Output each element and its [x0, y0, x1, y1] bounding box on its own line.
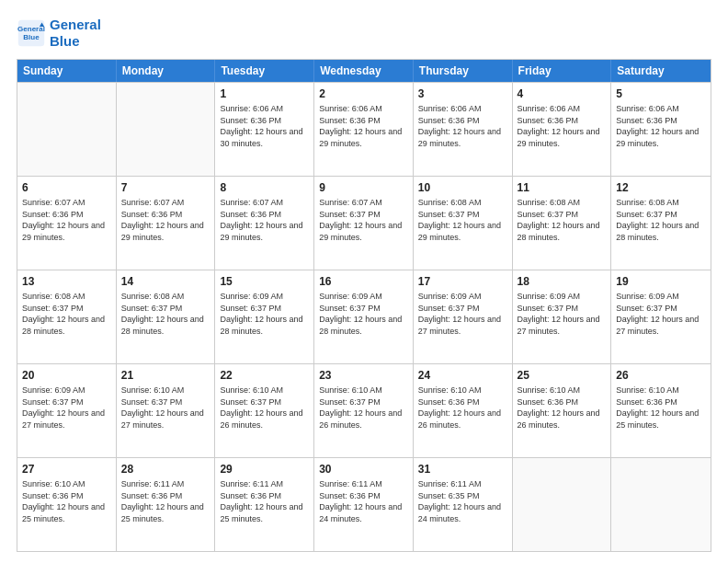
cell-detail: Sunrise: 6:06 AM Sunset: 6:36 PM Dayligh…: [518, 103, 607, 149]
cal-cell: 2Sunrise: 6:06 AM Sunset: 6:36 PM Daylig…: [314, 83, 414, 176]
cal-cell: 27Sunrise: 6:10 AM Sunset: 6:36 PM Dayli…: [17, 458, 117, 551]
day-number: 8: [220, 180, 309, 195]
cell-detail: Sunrise: 6:06 AM Sunset: 6:36 PM Dayligh…: [616, 103, 706, 149]
day-number: 7: [121, 180, 210, 195]
day-number: 25: [518, 368, 607, 383]
week-row-2: 6Sunrise: 6:07 AM Sunset: 6:36 PM Daylig…: [17, 176, 711, 270]
cell-detail: Sunrise: 6:08 AM Sunset: 6:37 PM Dayligh…: [418, 197, 507, 243]
svg-text:Blue: Blue: [23, 33, 40, 41]
cell-detail: Sunrise: 6:10 AM Sunset: 6:37 PM Dayligh…: [121, 385, 210, 431]
cell-detail: Sunrise: 6:08 AM Sunset: 6:37 PM Dayligh…: [616, 197, 706, 243]
cal-cell: 5Sunrise: 6:06 AM Sunset: 6:36 PM Daylig…: [611, 83, 711, 176]
day-number: 26: [616, 368, 706, 383]
cell-detail: Sunrise: 6:07 AM Sunset: 6:37 PM Dayligh…: [319, 197, 408, 243]
logo-icon: General Blue: [17, 18, 46, 48]
day-number: 4: [518, 86, 607, 101]
cal-cell: 3Sunrise: 6:06 AM Sunset: 6:36 PM Daylig…: [414, 83, 513, 176]
cell-detail: Sunrise: 6:10 AM Sunset: 6:37 PM Dayligh…: [220, 385, 309, 431]
logo-text: General Blue: [50, 17, 101, 50]
day-number: 6: [22, 180, 111, 195]
cal-cell: 19Sunrise: 6:09 AM Sunset: 6:37 PM Dayli…: [611, 270, 711, 363]
cell-detail: Sunrise: 6:10 AM Sunset: 6:36 PM Dayligh…: [418, 385, 507, 431]
day-number: 24: [418, 368, 507, 383]
cell-detail: Sunrise: 6:10 AM Sunset: 6:36 PM Dayligh…: [22, 478, 111, 524]
calendar: SundayMondayTuesdayWednesdayThursdayFrid…: [17, 59, 711, 552]
cell-detail: Sunrise: 6:09 AM Sunset: 6:37 PM Dayligh…: [319, 291, 408, 337]
cell-detail: Sunrise: 6:06 AM Sunset: 6:36 PM Dayligh…: [418, 103, 507, 149]
cell-detail: Sunrise: 6:10 AM Sunset: 6:36 PM Dayligh…: [518, 385, 607, 431]
cell-detail: Sunrise: 6:09 AM Sunset: 6:37 PM Dayligh…: [220, 291, 309, 337]
cell-detail: Sunrise: 6:09 AM Sunset: 6:37 PM Dayligh…: [22, 385, 111, 431]
cal-cell: 7Sunrise: 6:07 AM Sunset: 6:36 PM Daylig…: [117, 177, 216, 270]
cal-cell: 26Sunrise: 6:10 AM Sunset: 6:36 PM Dayli…: [611, 364, 711, 457]
cal-cell: 15Sunrise: 6:09 AM Sunset: 6:37 PM Dayli…: [215, 270, 314, 363]
cell-detail: Sunrise: 6:11 AM Sunset: 6:36 PM Dayligh…: [220, 478, 309, 524]
cal-cell: 6Sunrise: 6:07 AM Sunset: 6:36 PM Daylig…: [17, 177, 117, 270]
cell-detail: Sunrise: 6:09 AM Sunset: 6:37 PM Dayligh…: [418, 291, 507, 337]
day-number: 30: [319, 462, 408, 477]
cal-cell: 13Sunrise: 6:08 AM Sunset: 6:37 PM Dayli…: [17, 270, 117, 363]
day-number: 29: [220, 462, 309, 477]
day-header-monday: Monday: [117, 60, 216, 82]
header: General Blue General Blue: [17, 17, 711, 50]
calendar-header: SundayMondayTuesdayWednesdayThursdayFrid…: [17, 60, 711, 82]
cal-cell: 14Sunrise: 6:08 AM Sunset: 6:37 PM Dayli…: [117, 270, 216, 363]
cal-cell: 4Sunrise: 6:06 AM Sunset: 6:36 PM Daylig…: [513, 83, 612, 176]
cal-cell: 10Sunrise: 6:08 AM Sunset: 6:37 PM Dayli…: [414, 177, 513, 270]
day-number: 3: [418, 86, 507, 101]
cal-cell: 23Sunrise: 6:10 AM Sunset: 6:37 PM Dayli…: [314, 364, 414, 457]
cell-detail: Sunrise: 6:08 AM Sunset: 6:37 PM Dayligh…: [121, 291, 210, 337]
cal-cell: 31Sunrise: 6:11 AM Sunset: 6:35 PM Dayli…: [414, 458, 513, 551]
day-number: 11: [518, 180, 607, 195]
cell-detail: Sunrise: 6:10 AM Sunset: 6:37 PM Dayligh…: [319, 385, 408, 431]
cal-cell: [117, 83, 216, 176]
cal-cell: 29Sunrise: 6:11 AM Sunset: 6:36 PM Dayli…: [215, 458, 314, 551]
day-number: 17: [418, 274, 507, 289]
cal-cell: 21Sunrise: 6:10 AM Sunset: 6:37 PM Dayli…: [117, 364, 216, 457]
cal-cell: 17Sunrise: 6:09 AM Sunset: 6:37 PM Dayli…: [414, 270, 513, 363]
day-header-tuesday: Tuesday: [215, 60, 314, 82]
cal-cell: 9Sunrise: 6:07 AM Sunset: 6:37 PM Daylig…: [314, 177, 414, 270]
cal-cell: 20Sunrise: 6:09 AM Sunset: 6:37 PM Dayli…: [17, 364, 117, 457]
cell-detail: Sunrise: 6:06 AM Sunset: 6:36 PM Dayligh…: [220, 103, 309, 149]
cell-detail: Sunrise: 6:08 AM Sunset: 6:37 PM Dayligh…: [518, 197, 607, 243]
day-number: 2: [319, 86, 408, 101]
cell-detail: Sunrise: 6:10 AM Sunset: 6:36 PM Dayligh…: [616, 385, 706, 431]
cell-detail: Sunrise: 6:07 AM Sunset: 6:36 PM Dayligh…: [22, 197, 111, 243]
cal-cell: 1Sunrise: 6:06 AM Sunset: 6:36 PM Daylig…: [215, 83, 314, 176]
cal-cell: 24Sunrise: 6:10 AM Sunset: 6:36 PM Dayli…: [414, 364, 513, 457]
day-number: 28: [121, 462, 210, 477]
cal-cell: [611, 458, 711, 551]
day-number: 21: [121, 368, 210, 383]
cell-detail: Sunrise: 6:07 AM Sunset: 6:36 PM Dayligh…: [121, 197, 210, 243]
day-header-sunday: Sunday: [17, 60, 117, 82]
day-number: 31: [418, 462, 507, 477]
cell-detail: Sunrise: 6:09 AM Sunset: 6:37 PM Dayligh…: [616, 291, 706, 337]
day-number: 20: [22, 368, 111, 383]
day-number: 12: [616, 180, 706, 195]
page: General Blue General Blue SundayMondayTu…: [0, 0, 728, 563]
day-header-friday: Friday: [513, 60, 612, 82]
day-number: 5: [616, 86, 706, 101]
day-number: 1: [220, 86, 309, 101]
day-number: 15: [220, 274, 309, 289]
cal-cell: [513, 458, 612, 551]
day-header-thursday: Thursday: [414, 60, 513, 82]
cal-cell: [17, 83, 117, 176]
logo: General Blue General Blue: [17, 17, 101, 50]
day-number: 14: [121, 274, 210, 289]
cal-cell: 8Sunrise: 6:07 AM Sunset: 6:36 PM Daylig…: [215, 177, 314, 270]
day-header-wednesday: Wednesday: [314, 60, 414, 82]
cell-detail: Sunrise: 6:11 AM Sunset: 6:36 PM Dayligh…: [319, 478, 408, 524]
cell-detail: Sunrise: 6:06 AM Sunset: 6:36 PM Dayligh…: [319, 103, 408, 149]
week-row-5: 27Sunrise: 6:10 AM Sunset: 6:36 PM Dayli…: [17, 457, 711, 551]
cal-cell: 18Sunrise: 6:09 AM Sunset: 6:37 PM Dayli…: [513, 270, 612, 363]
cell-detail: Sunrise: 6:09 AM Sunset: 6:37 PM Dayligh…: [518, 291, 607, 337]
day-number: 18: [518, 274, 607, 289]
cal-cell: 25Sunrise: 6:10 AM Sunset: 6:36 PM Dayli…: [513, 364, 612, 457]
day-number: 22: [220, 368, 309, 383]
cell-detail: Sunrise: 6:11 AM Sunset: 6:35 PM Dayligh…: [418, 478, 507, 524]
cal-cell: 12Sunrise: 6:08 AM Sunset: 6:37 PM Dayli…: [611, 177, 711, 270]
day-number: 27: [22, 462, 111, 477]
day-number: 23: [319, 368, 408, 383]
